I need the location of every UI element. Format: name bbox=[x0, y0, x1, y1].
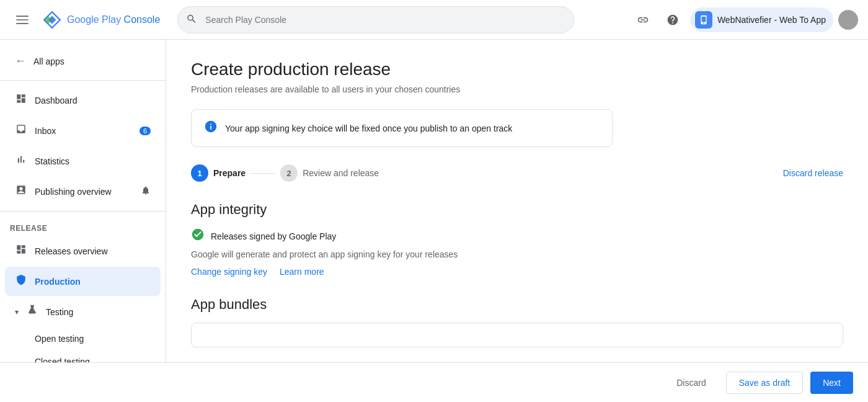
releases-overview-label: Releases overview bbox=[35, 246, 151, 256]
sidebar-item-testing[interactable]: ▾ Testing bbox=[5, 297, 161, 326]
topbar: Google Play Console Web bbox=[0, 0, 868, 40]
step-1-circle: 1 bbox=[191, 164, 208, 182]
info-banner-text: Your app signing key choice will be fixe… bbox=[225, 123, 512, 133]
all-apps-button[interactable]: ← All apps bbox=[5, 47, 161, 75]
info-icon bbox=[204, 120, 218, 136]
inbox-badge: 6 bbox=[140, 127, 151, 135]
topbar-actions: WebNativefier - Web To App bbox=[631, 7, 858, 32]
page-title: Create production release bbox=[191, 60, 843, 79]
app-chip-icon bbox=[695, 11, 712, 29]
sidebar-item-open-testing[interactable]: Open testing bbox=[5, 328, 161, 350]
info-banner: Your app signing key choice will be fixe… bbox=[191, 109, 613, 147]
back-arrow-icon: ← bbox=[15, 55, 26, 68]
check-circle-icon bbox=[191, 228, 205, 244]
next-button[interactable]: Next bbox=[810, 372, 853, 394]
step-1: 1 Prepare bbox=[191, 164, 246, 182]
link-button[interactable] bbox=[631, 7, 655, 32]
help-button[interactable] bbox=[660, 7, 685, 32]
layout: ← All apps Dashboard Inbox 6 bbox=[0, 40, 868, 362]
app-bundles-title: App bundles bbox=[191, 297, 843, 313]
svg-rect-1 bbox=[16, 19, 29, 20]
app-chip-label: WebNativefier - Web To App bbox=[717, 15, 826, 25]
app-bundles-box bbox=[191, 323, 843, 347]
avatar[interactable] bbox=[838, 10, 858, 30]
statistics-icon bbox=[15, 154, 27, 168]
statistics-label: Statistics bbox=[35, 156, 151, 166]
step-2-label: Review and release bbox=[303, 168, 379, 178]
logo-text: Google Play Console bbox=[67, 14, 160, 25]
sidebar: ← All apps Dashboard Inbox 6 bbox=[0, 40, 166, 362]
integrity-links: Change signing key Learn more bbox=[191, 267, 843, 277]
inbox-icon bbox=[15, 123, 27, 138]
all-apps-label: All apps bbox=[33, 56, 64, 66]
svg-rect-0 bbox=[16, 16, 29, 17]
app-chip[interactable]: WebNativefier - Web To App bbox=[690, 7, 833, 32]
publishing-label: Publishing overview bbox=[35, 187, 133, 197]
sidebar-divider-2 bbox=[0, 211, 166, 212]
learn-more-link[interactable]: Learn more bbox=[280, 267, 324, 277]
step-connector bbox=[250, 173, 275, 174]
step-1-label: Prepare bbox=[213, 168, 246, 178]
sidebar-item-label: Dashboard bbox=[35, 96, 151, 105]
sidebar-item-closed-testing[interactable]: Closed testing bbox=[5, 351, 161, 362]
releases-overview-icon bbox=[15, 244, 27, 258]
menu-button[interactable] bbox=[10, 7, 35, 32]
integrity-status-text: Releases signed by Google Play bbox=[211, 231, 336, 241]
search-input[interactable] bbox=[177, 6, 574, 34]
page-subtitle: Production releases are available to all… bbox=[191, 84, 843, 94]
sidebar-item-dashboard[interactable]: Dashboard bbox=[5, 86, 161, 115]
step-2: 2 Review and release bbox=[280, 164, 379, 182]
app-logo[interactable]: Google Play Console bbox=[42, 10, 160, 30]
save-draft-button[interactable]: Save as draft bbox=[726, 372, 804, 394]
steps-row: 1 Prepare 2 Review and release Discard r… bbox=[191, 164, 843, 182]
step-2-circle: 2 bbox=[280, 164, 298, 182]
testing-icon bbox=[26, 305, 38, 319]
release-section-label: Release bbox=[0, 217, 166, 235]
notification-off-icon bbox=[141, 185, 151, 198]
search-container bbox=[177, 6, 574, 34]
publishing-icon bbox=[15, 184, 27, 199]
production-label: Production bbox=[35, 277, 151, 287]
main-content: Create production release Production rel… bbox=[166, 40, 868, 362]
search-icon bbox=[186, 13, 197, 26]
change-signing-key-link[interactable]: Change signing key bbox=[191, 267, 267, 277]
sidebar-divider-1 bbox=[0, 80, 166, 81]
production-icon bbox=[15, 274, 27, 288]
app-integrity-title: App integrity bbox=[191, 202, 843, 218]
sidebar-item-releases-overview[interactable]: Releases overview bbox=[5, 236, 161, 266]
inbox-label: Inbox bbox=[35, 126, 132, 136]
sidebar-item-publishing-overview[interactable]: Publishing overview bbox=[5, 177, 161, 206]
sidebar-item-production[interactable]: Production bbox=[5, 267, 161, 296]
svg-rect-2 bbox=[16, 23, 29, 24]
testing-label: Testing bbox=[46, 307, 151, 317]
open-testing-label: Open testing bbox=[35, 334, 84, 344]
integrity-status-row: Releases signed by Google Play bbox=[191, 228, 843, 244]
dashboard-icon bbox=[15, 93, 27, 107]
expand-icon: ▾ bbox=[15, 308, 19, 316]
sidebar-item-statistics[interactable]: Statistics bbox=[5, 146, 161, 176]
closed-testing-label: Closed testing bbox=[35, 357, 90, 362]
integrity-description: Google will generate and protect an app … bbox=[191, 249, 843, 259]
footer: Discard Save as draft Next bbox=[0, 362, 868, 402]
discard-release-link[interactable]: Discard release bbox=[783, 168, 843, 178]
sidebar-item-inbox[interactable]: Inbox 6 bbox=[5, 116, 161, 145]
discard-button[interactable]: Discard bbox=[664, 372, 718, 394]
